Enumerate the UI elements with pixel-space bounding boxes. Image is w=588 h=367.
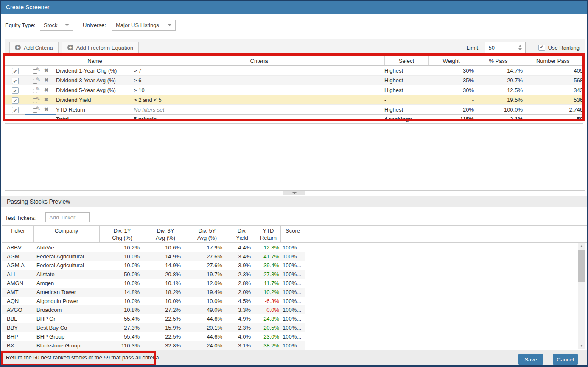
row-enabled-checkbox[interactable] bbox=[12, 97, 19, 104]
column-header-div-5y-avg[interactable]: Div. 5YAvg (%) bbox=[186, 226, 228, 243]
scroll-down-button[interactable] bbox=[578, 342, 585, 349]
stock-row[interactable]: AGMFederal Agricultural10.0%14.9%27.6%3.… bbox=[2, 252, 305, 261]
edit-icon[interactable] bbox=[33, 78, 39, 84]
spinner-down-icon[interactable] bbox=[518, 48, 522, 50]
edit-icon[interactable] bbox=[33, 87, 39, 93]
stock-row[interactable]: BBYBest Buy Co27.3%15.9%20.1%2.3%20.5%10… bbox=[2, 323, 305, 332]
criteria-row[interactable]: ✖YTD ReturnNo filters setHighest20%100.0… bbox=[5, 105, 583, 115]
stock-ytd-return: 0.0% bbox=[256, 305, 281, 314]
stock-div-yield: 4.0% bbox=[228, 332, 256, 341]
stock-row[interactable]: BBLBHP Gr55.4%22.5%44.6%4.9%24.8%100%... bbox=[2, 314, 305, 323]
panel-collapse-handle[interactable] bbox=[283, 191, 305, 195]
limit-input[interactable] bbox=[485, 42, 515, 53]
delete-icon[interactable]: ✖ bbox=[44, 66, 48, 75]
stock-row[interactable]: ABBVAbbVie10.2%10.6%17.9%4.4%12.3%100%..… bbox=[2, 243, 305, 252]
stock-row[interactable]: AVGOBroadcom10.8%27.2%49.0%3.3%0.0%100%.… bbox=[2, 305, 305, 314]
add-freeform-equation-button[interactable]: + Add Freeform Equation bbox=[62, 42, 139, 53]
header-line-1: YTD bbox=[256, 227, 280, 234]
stock-row[interactable]: AQNAlgonquin Power10.0%10.0%10.0%4.5%-6.… bbox=[2, 297, 305, 305]
stock-row[interactable]: AMTAmerican Tower14.8%18.2%19.4%2.0%10.2… bbox=[2, 288, 305, 297]
stock-div-1y-chg: 10.0% bbox=[100, 261, 145, 270]
column-header-ticker[interactable]: Ticker bbox=[2, 226, 34, 243]
column-header-div-yield[interactable]: Div.Yield bbox=[228, 226, 256, 243]
delete-icon[interactable]: ✖ bbox=[44, 105, 48, 114]
stock-table-body: ABBVAbbVie10.2%10.6%17.9%4.4%12.3%100%..… bbox=[2, 243, 305, 350]
stock-row[interactable]: AMGNAmgen10.0%10.1%12.0%2.8%11.7%100%... bbox=[2, 279, 305, 288]
stock-div-yield: 3.4% bbox=[228, 252, 256, 261]
criteria-row[interactable]: ✖Dividend Yield> 2 and < 5--19.5%536 bbox=[5, 95, 583, 105]
criteria-pct-pass: 20.7% bbox=[474, 76, 523, 85]
column-header-number-pass[interactable]: Number Pass bbox=[523, 56, 583, 66]
criteria-select: Highest bbox=[384, 105, 428, 115]
stock-ticker: BBL bbox=[2, 314, 34, 323]
header-line-2: Return bbox=[256, 234, 280, 241]
header-line-2: Avg (%) bbox=[186, 234, 228, 241]
stock-row[interactable]: ALLAllstate50.0%20.8%19.7%2.3%27.3%100%.… bbox=[2, 270, 305, 279]
use-ranking-checkbox[interactable] bbox=[538, 45, 545, 51]
scroll-up-button[interactable] bbox=[578, 243, 585, 249]
column-header-criteria[interactable]: Criteria bbox=[134, 56, 384, 66]
column-header-ytd-return[interactable]: YTDReturn bbox=[256, 226, 281, 243]
criteria-row[interactable]: ✖Dividend 3-Year Avg (%)> 6Highest35%20.… bbox=[5, 76, 583, 85]
header-line-1: Score bbox=[281, 227, 305, 234]
delete-icon[interactable]: ✖ bbox=[44, 95, 48, 104]
criteria-actions-cell: ✖ bbox=[25, 95, 56, 105]
column-header-select[interactable]: Select bbox=[384, 56, 428, 66]
preview-section-header: Passing Stocks Preview bbox=[1, 196, 587, 207]
stock-div-yield: 2.3% bbox=[228, 323, 256, 332]
stock-div-3y-avg: 15.9% bbox=[145, 323, 186, 332]
stock-score: 100% bbox=[281, 341, 305, 350]
criteria-row[interactable]: ✖Dividend 1-Year Chg (%)> 7Highest30%14.… bbox=[5, 66, 583, 76]
column-header-score[interactable]: Score bbox=[281, 226, 305, 243]
footer-bar: Return the 50 best ranked stocks of the … bbox=[1, 350, 587, 365]
stock-ticker: AQN bbox=[2, 297, 34, 305]
universe-dropdown[interactable]: Major US Listings bbox=[112, 20, 176, 31]
criteria-number-pass: 2,746 bbox=[523, 105, 583, 115]
criteria-actions-cell: ✖ bbox=[25, 66, 56, 76]
edit-icon[interactable] bbox=[33, 68, 39, 74]
criteria-weight: - bbox=[428, 95, 474, 105]
save-button[interactable]: Save bbox=[518, 354, 543, 365]
column-header-company[interactable]: Company bbox=[34, 226, 100, 243]
stock-row[interactable]: BHPBHP Group55.4%22.5%44.6%4.0%23.0%100%… bbox=[2, 332, 305, 341]
row-enabled-checkbox[interactable] bbox=[12, 78, 19, 84]
stock-ticker: ALL bbox=[2, 270, 34, 279]
criteria-select: Highest bbox=[384, 76, 428, 85]
delete-icon[interactable]: ✖ bbox=[44, 86, 48, 95]
stock-div-5y-avg: 20.1% bbox=[186, 323, 228, 332]
scrollbar-thumb[interactable] bbox=[578, 250, 585, 282]
delete-icon[interactable]: ✖ bbox=[44, 76, 48, 85]
stock-score: 100%... bbox=[281, 314, 305, 323]
column-header-pct-pass[interactable]: % Pass bbox=[474, 56, 523, 66]
limit-spinner-arrows[interactable] bbox=[515, 42, 525, 53]
column-header-weight[interactable]: Weight bbox=[428, 56, 474, 66]
column-header-div-1y-chg[interactable]: Div. 1YChg (%) bbox=[100, 226, 145, 243]
stock-row[interactable]: AGM.AFederal Agricultural10.0%14.9%27.6%… bbox=[2, 261, 305, 270]
stock-div-3y-avg: 22.5% bbox=[145, 314, 186, 323]
use-ranking-label: Use Ranking bbox=[548, 45, 580, 51]
criteria-weight: 30% bbox=[428, 66, 474, 76]
stock-div-3y-avg: 32.8% bbox=[145, 341, 186, 350]
add-criteria-button[interactable]: + Add Criteria bbox=[9, 42, 59, 53]
equity-type-dropdown[interactable]: Stock bbox=[40, 20, 73, 31]
stock-ytd-return: 11.7% bbox=[256, 279, 281, 288]
criteria-weight: 35% bbox=[428, 76, 474, 85]
header-line-2: Yield bbox=[228, 234, 256, 241]
criteria-row[interactable]: ✖Dividend 5-Year Avg (%)> 10Highest30%12… bbox=[5, 85, 583, 95]
stock-table-scrollbar[interactable] bbox=[578, 243, 585, 349]
column-header-name[interactable]: Name bbox=[56, 56, 134, 66]
stock-div-3y-avg: 18.2% bbox=[145, 288, 186, 297]
edit-icon[interactable] bbox=[33, 97, 39, 103]
add-ticker-input[interactable] bbox=[45, 212, 90, 222]
spinner-up-icon[interactable] bbox=[518, 45, 522, 47]
row-enabled-checkbox[interactable] bbox=[12, 107, 19, 113]
stock-div-5y-avg: 19.4% bbox=[186, 288, 228, 297]
cancel-button[interactable]: Cancel bbox=[553, 354, 578, 365]
stock-div-3y-avg: 14.9% bbox=[145, 261, 186, 270]
column-header-div-3y-avg[interactable]: Div. 3YAvg (%) bbox=[145, 226, 186, 243]
edit-icon[interactable] bbox=[33, 107, 39, 113]
stock-row[interactable]: BXBlackstone Group110.3%32.8%24.0%3.1%38… bbox=[2, 341, 305, 350]
row-enabled-checkbox[interactable] bbox=[12, 87, 19, 94]
row-enabled-checkbox[interactable] bbox=[12, 68, 19, 74]
stock-ytd-return: 39.4% bbox=[256, 261, 281, 270]
